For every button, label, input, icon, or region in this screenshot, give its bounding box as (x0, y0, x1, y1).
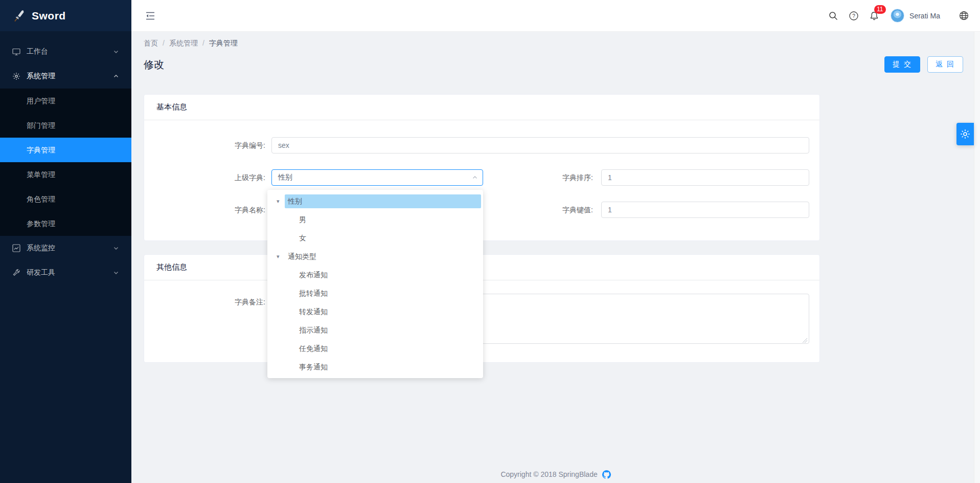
dropdown-option-appoint-notice[interactable]: 任免通知 (267, 339, 483, 358)
dict-code-input[interactable] (271, 137, 809, 153)
app-title: Sword (32, 10, 66, 22)
help-icon[interactable]: ? (844, 0, 864, 32)
copyright-text: Copyright © 2018 SpringBlade (500, 470, 597, 478)
language-globe-icon[interactable] (953, 0, 974, 32)
sidebar-item-system-monitor[interactable]: 系统监控 (0, 236, 131, 260)
wrench-icon (12, 269, 20, 277)
dict-sort-field: 字典排序: (483, 169, 809, 186)
chevron-down-icon (113, 245, 119, 251)
dropdown-option[interactable]: 通知类型 (285, 250, 481, 264)
action-buttons: 提 交 返 回 (884, 56, 963, 73)
breadcrumb-separator: / (202, 39, 204, 48)
sidebar-item-system-mgmt[interactable]: 系统管理 (0, 64, 131, 89)
page-title: 修改 (144, 58, 164, 72)
page-title-row: 修改 提 交 返 回 (144, 54, 963, 75)
app-logo[interactable]: Sword (0, 0, 131, 31)
dict-code-label: 字典编号: (144, 137, 271, 153)
parent-dict-field: 上级字典: 性别 (144, 169, 483, 186)
dropdown-option-affair-notice[interactable]: 事务通知 (267, 358, 483, 376)
breadcrumb-home[interactable]: 首页 (144, 39, 158, 48)
parent-dict-select[interactable]: 性别 (271, 169, 483, 186)
dropdown-option-female[interactable]: 女 (267, 229, 483, 247)
breadcrumb-separator: / (163, 39, 165, 48)
parent-dict-label: 上级字典: (144, 169, 271, 186)
dict-key-input[interactable] (601, 202, 809, 218)
page-footer: Copyright © 2018 SpringBlade (131, 470, 980, 479)
sidebar-menu: 工作台 系统管理 用户管理 部门管理 字典管理 菜单管理 角色管理 参数管理 (0, 31, 131, 285)
chevron-up-icon (472, 174, 478, 181)
tree-caret-icon[interactable]: ▾ (277, 192, 285, 210)
question-glyph: ? (852, 13, 855, 18)
chevron-down-icon (113, 49, 119, 55)
dropdown-option-forward-notice[interactable]: 转发通知 (267, 302, 483, 321)
sidebar: Sword 工作台 系统管理 用户管理 部门管理 字典管 (0, 0, 131, 483)
notification-bell-icon[interactable]: 11 (864, 0, 884, 32)
form-row: 上级字典: 性别 字典排序: (144, 169, 809, 186)
monitor-icon (12, 48, 20, 56)
submit-button[interactable]: 提 交 (884, 56, 920, 73)
dropdown-option-instruct-notice[interactable]: 指示通知 (267, 321, 483, 339)
sidebar-item-dev-tools[interactable]: 研发工具 (0, 260, 131, 285)
user-name[interactable]: Serati Ma (909, 12, 940, 20)
gear-icon (12, 72, 20, 80)
dict-key-field: 字典键值: (483, 202, 809, 218)
sidebar-item-param-mgmt[interactable]: 参数管理 (0, 211, 131, 236)
sidebar-item-dict-mgmt[interactable]: 字典管理 (0, 138, 131, 162)
breadcrumb-current: 字典管理 (209, 39, 238, 48)
vertical-scrollbar[interactable] (974, 32, 980, 483)
top-header: ? 11 Serati Ma (131, 0, 980, 32)
sidebar-item-workbench[interactable]: 工作台 (0, 39, 131, 64)
sidebar-item-menu-mgmt[interactable]: 菜单管理 (0, 162, 131, 187)
app-root: Sword 工作台 系统管理 用户管理 部门管理 字典管 (0, 0, 980, 483)
dropdown-group-notice-type[interactable]: ▾ 通知类型 (267, 247, 483, 266)
notification-badge: 11 (874, 5, 885, 14)
chevron-down-icon (113, 270, 119, 276)
dropdown-option-male[interactable]: 男 (267, 210, 483, 229)
sidebar-item-dept-mgmt[interactable]: 部门管理 (0, 113, 131, 138)
sidebar-item-label: 研发工具 (27, 268, 113, 277)
parent-dict-dropdown: ▾ 性别 男 女 ▾ 通知类型 发布通知 批转通知 转发通知 (267, 190, 483, 378)
sidebar-submenu: 用户管理 部门管理 字典管理 菜单管理 角色管理 参数管理 (0, 89, 131, 236)
dropdown-option-approve-notice[interactable]: 批转通知 (267, 284, 483, 302)
dict-code-field: 字典编号: (144, 137, 809, 153)
dropdown-option-publish-notice[interactable]: 发布通知 (267, 266, 483, 284)
tree-caret-icon[interactable]: ▾ (277, 247, 285, 266)
dict-name-label: 字典名称: (144, 202, 271, 218)
theme-settings-button[interactable] (956, 123, 974, 145)
form-row: 字典编号: (144, 137, 809, 153)
breadcrumb-system-mgmt[interactable]: 系统管理 (169, 39, 198, 48)
gear-icon (960, 129, 970, 139)
sidebar-item-user-mgmt[interactable]: 用户管理 (0, 89, 131, 113)
breadcrumb: 首页 / 系统管理 / 字典管理 (144, 39, 963, 48)
menu-fold-icon[interactable] (145, 10, 156, 21)
back-button[interactable]: 返 回 (927, 56, 963, 73)
sword-icon (11, 8, 26, 23)
sidebar-item-label: 工作台 (27, 47, 113, 56)
dict-remark-label: 字典备注: (144, 294, 271, 310)
sidebar-item-label: 系统管理 (27, 72, 113, 81)
dict-sort-label: 字典排序: (483, 169, 601, 186)
parent-dict-value: 性别 (278, 173, 292, 182)
line-chart-icon (12, 244, 20, 252)
chevron-up-icon (113, 73, 119, 79)
dict-sort-input[interactable] (601, 169, 809, 186)
dropdown-group-gender[interactable]: ▾ 性别 (267, 192, 483, 210)
search-icon[interactable] (823, 0, 844, 32)
sidebar-item-label: 系统监控 (27, 244, 113, 253)
dropdown-option[interactable]: 性别 (285, 194, 481, 208)
dict-key-label: 字典键值: (483, 202, 601, 218)
user-avatar[interactable] (891, 9, 904, 23)
main-content: 首页 / 系统管理 / 字典管理 修改 提 交 返 回 基本信息 字典编号: (131, 32, 980, 483)
github-icon[interactable] (602, 470, 611, 479)
sidebar-item-role-mgmt[interactable]: 角色管理 (0, 187, 131, 211)
basic-card-title: 基本信息 (144, 95, 819, 120)
